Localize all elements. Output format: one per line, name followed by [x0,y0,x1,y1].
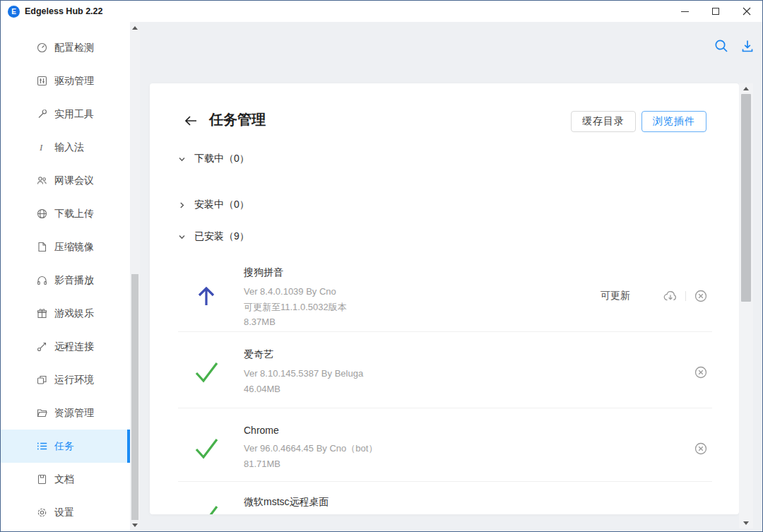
scroll-down-arrow-icon[interactable] [132,524,138,527]
sidebar-item-label: 设置 [54,507,74,519]
section-label: 已安装（9） [194,230,249,243]
sliders-icon [36,75,48,87]
item-version: Ver 8.10.145.5387 By Beluga [244,366,363,382]
image-file-icon [36,241,48,253]
sidebar-scrollbar-thumb[interactable] [131,274,138,520]
sidebar-item-label: 下载上传 [54,208,94,220]
item-version: Ver 10.0.19362.0 By Cno [244,514,346,514]
folder-icon [36,407,48,419]
scroll-up-arrow-icon[interactable] [132,26,138,30]
sidebar-item-label: 驱动管理 [54,75,94,88]
scroll-up-arrow-icon[interactable] [743,87,749,90]
maximize-icon [712,8,719,15]
sidebar-item-label: 远程连接 [54,341,94,353]
chevron-right-icon [178,201,186,209]
minimize-button[interactable] [669,1,700,22]
remove-task-icon[interactable] [693,365,709,380]
sidebar-item-label: 运行环境 [54,374,94,386]
item-actions [693,441,709,456]
browse-plugins-button[interactable]: 浏览插件 [641,111,706,132]
wrench-icon [36,108,48,120]
document-icon [36,473,48,485]
sidebar-item-label: 配置检测 [54,42,94,54]
item-size: 8.37MB [244,314,347,330]
search-icon[interactable] [714,38,729,54]
item-content: Chrome Ver 96.0.4664.45 By Cno（bot） 81.7… [244,425,377,471]
main-area: 任务管理 缓存目录 浏览插件 下载中（0） 安装中（0） 已安装（9） [140,22,762,531]
sidebar: 配置检测 驱动管理 实用工具 I 输入法 网课会议 [1,22,140,531]
sidebar-item-compressed-image[interactable]: 压缩镜像 [1,230,130,264]
sidebar-item-settings[interactable]: 设置 [1,496,130,529]
sidebar-item-media-playback[interactable]: 影音播放 [1,264,130,297]
header-buttons: 缓存目录 浏览插件 [571,111,706,132]
content-scrollbar[interactable] [739,83,753,528]
task-manager-panel: 任务管理 缓存目录 浏览插件 下载中（0） 安装中（0） 已安装（9） [150,83,739,514]
sidebar-item-label: 压缩镜像 [54,241,94,254]
sidebar-item-resource-manage[interactable]: 资源管理 [1,396,130,430]
updatable-badge: 可更新 [601,290,630,302]
sidebar-item-docs[interactable]: 文档 [1,463,130,496]
item-size: 81.71MB [244,456,377,472]
meeting-icon [36,175,48,187]
sidebar-item-tasks[interactable]: 任务 [1,430,130,463]
section-label: 下载中（0） [194,153,249,165]
runtime-icon [36,374,48,386]
sidebar-item-runtime-env[interactable]: 运行环境 [1,363,130,396]
check-icon [194,360,219,385]
gift-icon [36,307,48,319]
installed-item: 爱奇艺 Ver 8.10.145.5387 By Beluga 46.04MB [150,332,739,408]
globe-icon [36,208,48,220]
sidebar-item-driver-manage[interactable]: 驱动管理 [1,64,130,97]
sidebar-item-games[interactable]: 游戏娱乐 [1,297,130,330]
headphones-icon [36,274,48,286]
sidebar-nav: 配置检测 驱动管理 实用工具 I 输入法 网课会议 [1,31,130,529]
cloud-download-icon[interactable] [663,288,678,304]
item-version: Ver 8.4.0.1039 By Cno [244,284,347,300]
input-method-icon: I [36,141,48,153]
sidebar-item-online-meeting[interactable]: 网课会议 [1,164,130,197]
update-arrow-icon [194,283,219,309]
section-installing[interactable]: 安装中（0） [178,199,249,211]
cache-directory-button[interactable]: 缓存目录 [571,111,636,132]
sidebar-item-label: 资源管理 [54,407,94,420]
sidebar-item-input-method[interactable]: I 输入法 [1,131,130,164]
item-actions [693,365,709,380]
settings-gear-icon [36,507,48,519]
sidebar-item-label: 任务 [54,440,74,453]
action-divider [685,291,686,301]
sidebar-item-config-check[interactable]: 配置检测 [1,31,130,64]
check-icon [194,436,219,461]
maximize-button[interactable] [700,1,731,22]
download-icon[interactable] [740,38,755,54]
sidebar-item-download-upload[interactable]: 下载上传 [1,197,130,230]
sidebar-item-utilities[interactable]: 实用工具 [1,97,130,131]
sidebar-item-remote-connect[interactable]: 远程连接 [1,330,130,363]
item-actions: 可更新 [601,288,709,304]
back-button[interactable] [184,114,198,127]
task-list-icon [36,440,48,452]
content-scrollbar-thumb[interactable] [741,94,751,302]
close-icon [743,7,751,16]
close-button[interactable] [731,1,762,22]
sidebar-item-label: 文档 [54,473,74,486]
sidebar-scrollbar[interactable] [130,22,140,531]
remove-task-icon[interactable] [693,441,709,456]
installed-item: Chrome Ver 96.0.4664.45 By Cno（bot） 81.7… [150,408,739,482]
section-installed[interactable]: 已安装（9） [178,230,249,243]
gauge-icon [36,42,48,54]
scroll-down-arrow-icon[interactable] [743,521,749,525]
section-downloading[interactable]: 下载中（0） [178,153,249,165]
remove-task-icon[interactable] [693,288,709,304]
svg-text:I: I [39,142,43,153]
item-update-note: 可更新至11.1.0.5032版本 [244,300,347,315]
item-name: Chrome [244,425,377,436]
titlebar: E Edgeless Hub 2.22 [1,1,762,22]
page-title: 任务管理 [209,110,266,129]
sidebar-item-label: 网课会议 [54,175,94,187]
minimize-icon [681,11,689,12]
item-content: 微软mstsc远程桌面 Ver 10.0.19362.0 By Cno [244,496,346,514]
app-logo-icon: E [8,6,20,18]
item-version: Ver 96.0.4664.45 By Cno（bot） [244,441,377,456]
window-title: Edgeless Hub 2.22 [25,6,102,16]
remote-link-icon [36,341,48,353]
